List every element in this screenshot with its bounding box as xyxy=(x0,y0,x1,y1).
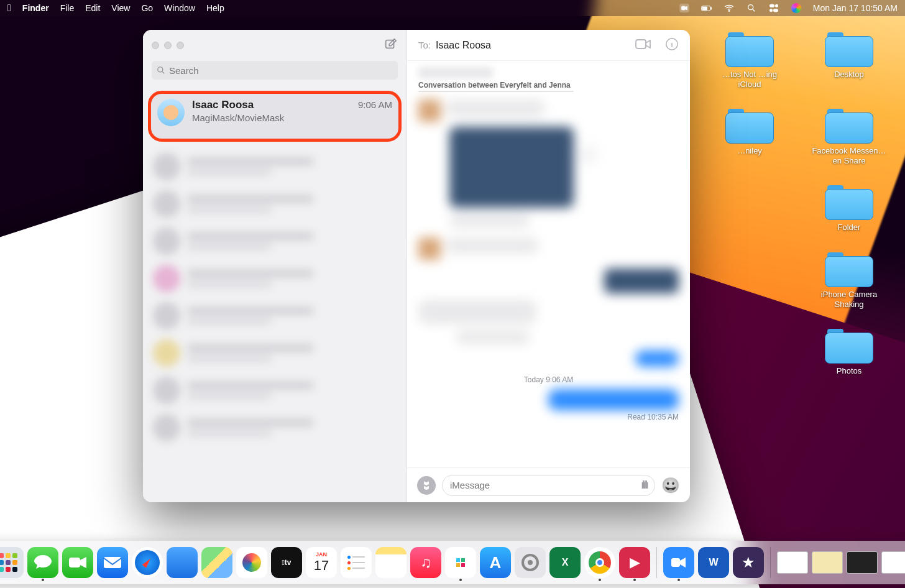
video-call-button[interactable] xyxy=(635,38,651,53)
dock-calendar[interactable]: JAN17 xyxy=(306,547,337,578)
dock-word[interactable]: W xyxy=(698,547,729,578)
conversation-toolbar: To: Isaac Roosa xyxy=(407,30,690,61)
search-input[interactable] xyxy=(169,65,393,76)
conversation-preview: MagiMask/MovieMask xyxy=(192,113,392,123)
dock-facetime[interactable] xyxy=(62,547,93,578)
menu-view[interactable]: View xyxy=(111,3,130,13)
svg-rect-13 xyxy=(636,40,646,48)
message-input[interactable] xyxy=(450,480,641,490)
window-traffic-lights xyxy=(152,42,184,49)
contact-avatar xyxy=(157,99,185,126)
conversation-item-selected[interactable]: Isaac Roosa 9:06 AM MagiMask/MovieMask xyxy=(148,91,402,142)
dock-mail[interactable] xyxy=(97,547,128,578)
audio-message-icon[interactable]: ıllıllı xyxy=(641,479,647,492)
svg-rect-7 xyxy=(769,4,774,7)
dock-photos[interactable] xyxy=(236,547,267,578)
desktop-folder[interactable]: Photos xyxy=(812,328,886,376)
contact-name: Isaac Roosa xyxy=(192,99,254,111)
dock-zoom[interactable] xyxy=(663,547,694,578)
dock-divider xyxy=(656,547,657,578)
messages-sidebar: Isaac Roosa 9:06 AM MagiMask/MovieMask xyxy=(143,30,407,502)
message-thread[interactable]: Conversation between Everyfelt and Jenna xyxy=(407,61,690,467)
dock-appletv[interactable]: tv xyxy=(271,547,302,578)
dock-minimized-window[interactable] xyxy=(881,547,905,578)
emoji-picker-button[interactable]: 😀 xyxy=(661,477,680,494)
dock-launchpad[interactable] xyxy=(0,547,24,578)
messages-window: Isaac Roosa 9:06 AM MagiMask/MovieMask xyxy=(143,30,690,502)
recipient-name[interactable]: Isaac Roosa xyxy=(436,40,491,51)
macos-menubar:  Finder File Edit View Go Window Help M… xyxy=(0,0,905,16)
search-field[interactable] xyxy=(152,61,398,80)
desktop-icons-area: …tos Not …ing iCloud Desktop …niley Face… xyxy=(706,31,886,376)
dock-messages[interactable] xyxy=(27,547,58,578)
desktop-folder[interactable]: …niley xyxy=(712,108,787,165)
dock-reminders[interactable] xyxy=(341,547,372,578)
conversation-list: Isaac Roosa 9:06 AM MagiMask/MovieMask xyxy=(143,86,407,502)
apple-menu-icon[interactable]:  xyxy=(7,2,11,14)
dock-chrome[interactable] xyxy=(584,547,615,578)
zoom-button[interactable] xyxy=(177,42,184,49)
control-center-icon[interactable] xyxy=(768,2,779,14)
conversation-list-blurred xyxy=(143,142,407,452)
svg-point-5 xyxy=(728,10,730,11)
svg-rect-3 xyxy=(702,6,707,9)
battery-status-icon[interactable] xyxy=(701,2,712,14)
conversation-time: 9:06 AM xyxy=(358,99,392,110)
apps-button[interactable] xyxy=(417,476,436,495)
message-input-field[interactable]: ıllıllı xyxy=(442,475,655,496)
dock-music[interactable]: ♫ xyxy=(410,547,441,578)
menubar-datetime[interactable]: Mon Jan 17 10:50 AM xyxy=(813,3,898,13)
menubar-app-name[interactable]: Finder xyxy=(22,3,49,13)
dock-minimized-window[interactable] xyxy=(812,547,843,578)
svg-rect-4 xyxy=(710,7,711,9)
close-button[interactable] xyxy=(152,42,159,49)
thread-section-label: Conversation between Everyfelt and Jenna xyxy=(418,81,679,90)
svg-point-12 xyxy=(158,67,163,72)
dock-imovie[interactable]: ★ xyxy=(733,547,764,578)
menu-go[interactable]: Go xyxy=(141,3,153,13)
message-composer: ıllıllı 😀 xyxy=(407,467,690,502)
menu-window[interactable]: Window xyxy=(164,3,195,13)
read-receipt: Read 10:35 AM xyxy=(418,413,679,421)
conversation-pane: To: Isaac Roosa Conversation between Eve… xyxy=(407,30,690,502)
desktop-folder[interactable]: Desktop xyxy=(812,31,886,89)
svg-point-20 xyxy=(528,560,533,565)
dock-minimized-window[interactable] xyxy=(847,547,878,578)
menu-file[interactable]: File xyxy=(60,3,75,13)
dock-app-blue[interactable] xyxy=(167,547,198,578)
dock-safari[interactable] xyxy=(132,547,163,578)
svg-rect-1 xyxy=(681,6,685,10)
dock-appstore[interactable]: A xyxy=(480,547,511,578)
wifi-status-icon[interactable] xyxy=(724,2,735,14)
svg-point-8 xyxy=(775,4,778,7)
spotlight-icon[interactable] xyxy=(746,2,757,14)
separator-line xyxy=(418,91,574,92)
dock-divider xyxy=(770,547,771,578)
dock-settings[interactable] xyxy=(515,547,546,578)
dock-slack[interactable] xyxy=(445,547,476,578)
desktop-folder[interactable]: iPhone Camera Shaking xyxy=(812,251,886,309)
dock-minimized-window[interactable] xyxy=(777,547,808,578)
details-button[interactable] xyxy=(665,37,679,53)
svg-rect-18 xyxy=(104,557,121,568)
svg-point-6 xyxy=(748,5,753,10)
menu-edit[interactable]: Edit xyxy=(85,3,100,13)
dock-excel[interactable]: X xyxy=(549,547,581,578)
desktop-folder[interactable]: Facebook Messen…en Share xyxy=(812,108,886,165)
compose-button[interactable] xyxy=(384,37,398,53)
menu-help[interactable]: Help xyxy=(206,3,224,13)
desktop-folder[interactable]: …tos Not …ing iCloud xyxy=(712,31,787,89)
macos-dock: tv JAN17 ♫ A X ▶ W ★ xyxy=(0,541,905,584)
dock-app-red[interactable]: ▶ xyxy=(619,547,650,578)
dock-notes[interactable] xyxy=(375,547,407,578)
siri-icon[interactable] xyxy=(791,2,802,14)
dock-maps[interactable] xyxy=(201,547,232,578)
minimize-button[interactable] xyxy=(164,42,172,49)
svg-rect-21 xyxy=(671,558,680,567)
svg-rect-9 xyxy=(773,9,778,12)
desktop-folder[interactable]: Folder xyxy=(812,184,886,232)
facetime-status-icon[interactable] xyxy=(679,2,690,14)
download-attachment-button[interactable] xyxy=(579,144,599,163)
sidebar-toolbar xyxy=(143,30,407,61)
to-label: To: xyxy=(418,40,431,50)
